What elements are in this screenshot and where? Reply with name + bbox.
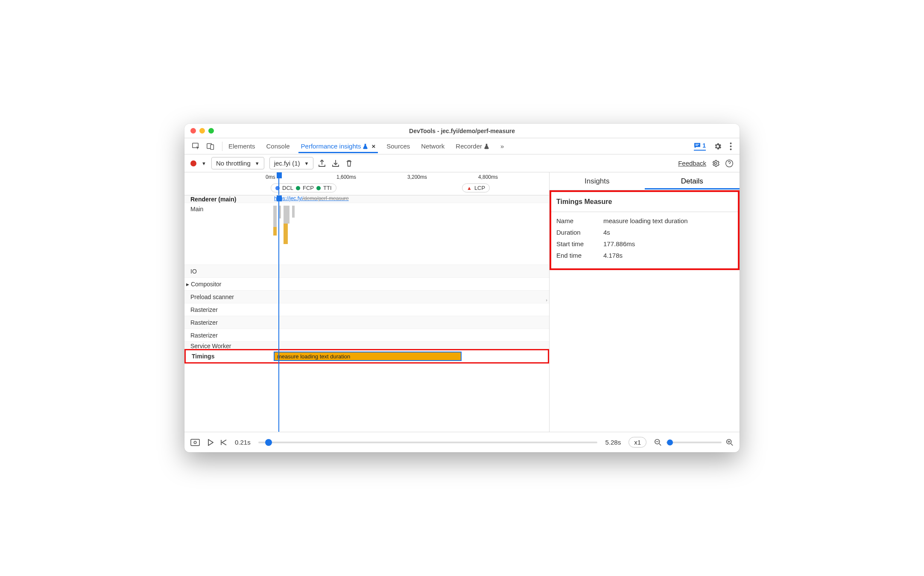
window-title: DevTools - jec.fyi/demo/perf-measure — [184, 128, 740, 134]
svg-rect-3 — [696, 144, 699, 144]
issues-count: 1 — [702, 142, 706, 149]
details-title: Timings Measure — [551, 192, 738, 212]
track-rasterizer-1[interactable]: Rasterizer — [184, 303, 549, 316]
tab-network[interactable]: Network — [418, 139, 447, 153]
import-icon[interactable] — [332, 160, 339, 167]
playhead[interactable] — [278, 172, 279, 195]
panel-tabs: Elements Console Performance insights × … — [226, 139, 694, 153]
track-main[interactable]: Main — [184, 203, 549, 265]
timing-measure-bar[interactable]: measure loading text duration — [274, 352, 462, 361]
detail-row-end-time: End time 4.178s — [556, 252, 733, 259]
more-tabs-button[interactable]: » — [498, 139, 506, 153]
svg-point-6 — [730, 145, 732, 147]
dot-icon — [316, 186, 321, 190]
devtools-window: DevTools - jec.fyi/demo/perf-measure Ele… — [184, 124, 740, 452]
track-renderer[interactable]: Renderer (main) — [184, 195, 549, 203]
experiment-icon — [484, 143, 489, 149]
speed-select[interactable]: x1 — [629, 437, 646, 448]
skip-back-icon[interactable] — [220, 439, 227, 446]
tab-recorder[interactable]: Recorder — [453, 139, 492, 153]
tracks: https://jec.fyi/demo/perf-measure Render… — [184, 195, 549, 432]
close-tab-icon[interactable]: × — [371, 143, 375, 150]
details-pane: Insights Details Timings Measure Name me… — [550, 172, 740, 432]
chevron-down-icon: ▼ — [255, 161, 260, 166]
perf-settings-icon[interactable] — [711, 159, 720, 168]
track-timings[interactable]: Timings measure loading text duration — [184, 349, 549, 364]
detail-row-start-time: Start time 177.886ms — [556, 240, 733, 247]
zoom-controls — [654, 439, 734, 446]
tab-elements[interactable]: Elements — [226, 139, 258, 153]
chat-icon — [694, 143, 701, 148]
help-icon[interactable] — [725, 159, 734, 168]
tick: 0ms — [266, 174, 336, 180]
collapse-handle-icon[interactable]: › — [544, 294, 549, 306]
tab-sources[interactable]: Sources — [384, 139, 412, 153]
detail-row-name: Name measure loading text duration — [556, 217, 733, 224]
details-grid: Name measure loading text duration Durat… — [551, 212, 738, 268]
track-rasterizer-3[interactable]: Rasterizer — [184, 329, 549, 342]
zoom-out-icon[interactable] — [654, 439, 662, 446]
playback-slider[interactable] — [258, 442, 598, 443]
chevron-down-icon: ▼ — [304, 161, 309, 166]
zoom-slider[interactable] — [666, 442, 722, 443]
playback-footer: 0.21s 5.28s x1 — [184, 432, 740, 452]
svg-rect-4 — [696, 145, 698, 145]
feedback-link[interactable]: Feedback — [678, 160, 706, 167]
minimize-window-button[interactable] — [199, 128, 205, 134]
close-window-button[interactable] — [190, 128, 196, 134]
tab-label: Recorder — [456, 143, 482, 150]
zoom-thumb[interactable] — [667, 439, 673, 445]
playback-start-time: 0.21s — [235, 439, 251, 446]
tabbar-right: 1 — [694, 142, 736, 151]
issues-button[interactable]: 1 — [694, 142, 706, 151]
zoom-window-button[interactable] — [208, 128, 214, 134]
track-rasterizer-2[interactable]: Rasterizer — [184, 316, 549, 329]
dot-icon — [296, 186, 300, 190]
details-box: Timings Measure Name measure loading tex… — [550, 190, 740, 270]
session-label: jec.fyi (1) — [274, 160, 300, 167]
playhead-line[interactable] — [278, 195, 279, 432]
measure-label: measure loading text duration — [277, 353, 350, 360]
zoom-in-icon[interactable] — [726, 439, 734, 446]
track-preload-scanner[interactable]: Preload scanner — [184, 291, 549, 303]
track-io[interactable]: IO — [184, 265, 549, 278]
inspect-element-icon[interactable] — [192, 143, 201, 150]
preview-icon[interactable] — [190, 439, 200, 446]
throttling-select[interactable]: No throttling ▼ — [211, 157, 264, 169]
device-toolbar-icon[interactable] — [207, 143, 214, 150]
metric-lcp[interactable]: ▲LCP — [462, 183, 490, 192]
playback-end-time: 5.28s — [605, 439, 621, 446]
detail-row-duration: Duration 4s — [556, 229, 733, 236]
svg-point-5 — [730, 143, 732, 144]
metrics-badges: DCLFCPTTI — [271, 183, 336, 192]
tick: 1,600ms — [336, 174, 407, 180]
play-icon[interactable] — [208, 439, 213, 446]
tab-details[interactable]: Details — [645, 173, 740, 189]
svg-rect-2 — [211, 144, 213, 149]
slider-thumb[interactable] — [265, 439, 272, 446]
traffic-lights — [190, 128, 214, 134]
details-tabs: Insights Details — [550, 172, 740, 190]
tab-performance-insights[interactable]: Performance insights × — [298, 139, 378, 153]
track-compositor[interactable]: ▸ Compositor — [184, 278, 549, 291]
time-ruler[interactable]: 0ms 1,600ms 3,200ms 4,800ms DCLFCPTTI ▲L… — [184, 172, 549, 195]
tab-console[interactable]: Console — [264, 139, 292, 153]
settings-icon[interactable] — [713, 142, 722, 151]
timeline-pane: 0ms 1,600ms 3,200ms 4,800ms DCLFCPTTI ▲L… — [184, 172, 550, 432]
metric-dcl[interactable]: DCLFCPTTI — [271, 183, 336, 192]
svg-point-7 — [730, 148, 732, 150]
svg-point-8 — [715, 162, 717, 164]
export-icon[interactable] — [319, 160, 325, 167]
main-flamegraph[interactable] — [273, 206, 299, 261]
session-select[interactable]: jec.fyi (1) ▼ — [269, 157, 314, 169]
record-button[interactable] — [190, 160, 196, 166]
tick: 3,200ms — [407, 174, 478, 180]
perf-toolbar: ▼ No throttling ▼ jec.fyi (1) ▼ Feedback — [184, 154, 740, 172]
tab-insights[interactable]: Insights — [550, 173, 645, 189]
delete-icon[interactable] — [346, 160, 352, 167]
page-url[interactable]: https://jec.fyi/demo/perf-measure — [274, 195, 349, 201]
titlebar: DevTools - jec.fyi/demo/perf-measure — [184, 124, 740, 138]
ruler-ticks: 0ms 1,600ms 3,200ms 4,800ms — [266, 174, 549, 180]
more-menu-icon[interactable] — [730, 143, 732, 150]
record-dropdown-icon[interactable]: ▼ — [202, 161, 206, 166]
